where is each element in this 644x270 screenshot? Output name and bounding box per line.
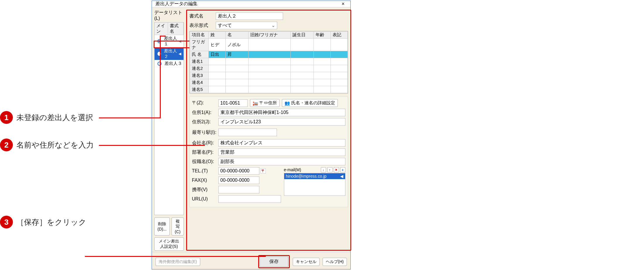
tel-label: TEL.(T) <box>192 168 218 174</box>
callout-1-num: 1 <box>0 111 13 124</box>
help-button[interactable]: ヘルプ(H) <box>323 258 347 266</box>
callout-3-num: 3 <box>0 216 13 229</box>
chevron-left-icon: ◀ <box>179 52 182 56</box>
fax-input[interactable] <box>218 176 259 184</box>
station-input[interactable] <box>218 129 277 136</box>
display-type-label: 表示形式 <box>189 22 216 29</box>
table-row[interactable]: 連名4 <box>190 79 347 86</box>
datalist-header-main: メイン <box>155 22 168 35</box>
chevron-left-icon: ◀ <box>340 174 343 179</box>
list-item[interactable]: hinode@impress.co.jp ◀ <box>284 173 345 179</box>
datalist-header-name: 書式名 <box>168 22 184 35</box>
dialog-sender-edit: 差出人データの編集 × データリスト(L) メイン 書式名 差出人１ ◀ 差出人… <box>152 1 351 269</box>
delete-icon[interactable]: ✕ <box>334 167 339 172</box>
addr2-label: 住所2(J): <box>192 119 218 125</box>
datalist[interactable]: メイン 書式名 差出人１ ◀ 差出人２ ◀ 差出人３ <box>154 22 184 215</box>
display-type-select[interactable]: すべて <box>216 22 277 29</box>
list-item-label: 差出人２ <box>164 48 178 59</box>
grid-header: 年齢 <box>314 32 330 39</box>
table-row[interactable]: 連名1 <box>190 58 347 65</box>
dept-input[interactable] <box>218 148 345 156</box>
cancel-button[interactable]: キャンセル <box>293 258 320 266</box>
people-icon: 👥 <box>285 101 290 106</box>
grid-header: 誕生日 <box>291 32 314 39</box>
table-row[interactable]: 連名5 <box>190 86 347 93</box>
company-input[interactable] <box>218 139 345 147</box>
dialog-title: 差出人データの編集 <box>155 1 198 7</box>
arrow-up-icon[interactable]: ↑ <box>327 167 333 172</box>
zip-input[interactable] <box>218 99 248 107</box>
table-row[interactable]: 連名2 <box>190 65 347 72</box>
callout-1-text: 未登録の差出人を選択 <box>16 112 93 123</box>
addr2-input[interactable] <box>218 118 345 126</box>
dept-label: 部署名(P): <box>192 149 218 155</box>
list-item[interactable]: 差出人３ <box>155 60 184 67</box>
role-label: 役職名(O): <box>192 159 218 165</box>
overseas-button[interactable]: 海外郵便用の編集(E) <box>155 258 200 266</box>
callout-2-num: 2 <box>0 139 13 151</box>
chevron-left-icon: ◀ <box>179 39 182 43</box>
callout-3: 3 ［保存］をクリック <box>0 216 146 229</box>
arrow-down-icon[interactable]: ↓ <box>321 167 326 172</box>
add-icon[interactable]: ＋ <box>340 167 345 172</box>
format-name-label: 書式名 <box>189 13 216 19</box>
copy-button[interactable]: 複写(C) <box>172 217 184 236</box>
list-item[interactable]: 差出人１ ◀ <box>155 35 184 48</box>
url-label: URL(U) <box>192 196 218 202</box>
zip-label: 〒(Z): <box>192 100 218 106</box>
table-row[interactable]: 連名3 <box>190 72 347 79</box>
format-name-input[interactable] <box>216 12 283 20</box>
list-item-label: 差出人１ <box>164 36 178 47</box>
addr1-label: 住所1(A): <box>192 110 218 116</box>
datalist-label: データリスト(L) <box>154 10 184 21</box>
callout-3-text: ［保存］をクリック <box>16 217 86 227</box>
url-input[interactable] <box>218 195 281 203</box>
tel-input[interactable] <box>218 167 259 175</box>
form-panel: 書式名 表示形式 すべて 項目名 姓 名 旧姓/フリガナ 誕生日 <box>186 10 351 251</box>
titlebar: 差出人データの編集 × <box>152 1 350 7</box>
addr1-input[interactable] <box>218 109 345 116</box>
save-button[interactable]: 保存 <box>260 257 288 267</box>
mobile-input[interactable] <box>218 186 259 193</box>
grid-header: 旧姓/フリガナ <box>248 32 291 39</box>
grid-header: 表記 <box>330 32 347 39</box>
grid-header: 項目名 <box>190 32 208 39</box>
close-icon[interactable]: × <box>338 1 348 7</box>
list-item-label: 差出人３ <box>165 61 182 66</box>
bottom-bar: 海外郵便用の編集(E) 保存 キャンセル ヘルプ(H) <box>152 252 350 270</box>
list-item[interactable]: 差出人２ ◀ <box>155 48 184 60</box>
postmark-icon: 🏣 <box>253 101 258 106</box>
name-grid[interactable]: 項目名 姓 名 旧姓/フリガナ 誕生日 年齢 表記 フリガナ ヒデ <box>189 31 348 94</box>
post-icon[interactable]: 〒 <box>261 168 266 174</box>
callout-2-text: 名前や住所などを入力 <box>16 140 94 150</box>
zip-to-address-button[interactable]: 🏣〒⇔住所 <box>250 99 280 107</box>
grid-header: 姓 <box>208 32 225 39</box>
name-detail-button[interactable]: 👥氏名・連名の詳細設定 <box>282 99 338 107</box>
grid-header: 名 <box>225 32 248 39</box>
main-sender-button[interactable]: メイン差出人設定(S) <box>154 237 184 251</box>
role-input[interactable] <box>218 158 345 165</box>
mobile-label: 携帯(V) <box>192 187 218 193</box>
radio-icon[interactable] <box>157 62 162 66</box>
fax-label: FAX(X) <box>192 178 218 183</box>
email-list[interactable]: hinode@impress.co.jp ◀ <box>284 173 345 196</box>
email-label: e-mail(M) <box>284 167 301 172</box>
station-label: 最寄り駅(I): <box>192 129 218 136</box>
delete-button[interactable]: 削除(D)... <box>154 217 170 236</box>
table-row[interactable]: 氏 名 日出 昇 <box>190 51 347 58</box>
table-row[interactable]: フリガナ ヒデ ノボル <box>190 39 347 51</box>
